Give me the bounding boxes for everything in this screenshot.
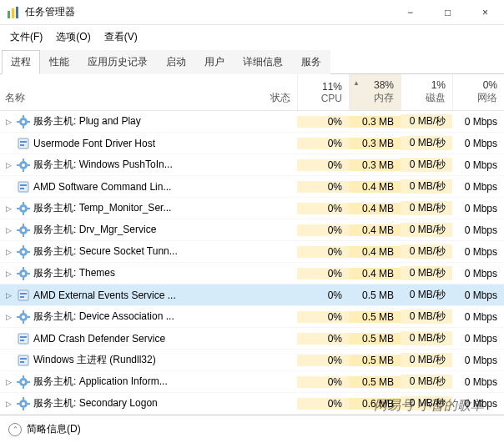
svg-rect-69: [23, 408, 24, 410]
svg-point-28: [22, 229, 25, 232]
menubar: 文件(F) 选项(O) 查看(V): [0, 25, 504, 49]
process-row[interactable]: ▷Usermode Font Driver Host0%0.3 MB0 MB/秒…: [0, 133, 504, 154]
menu-options[interactable]: 选项(O): [53, 28, 93, 46]
process-row[interactable]: ▷服务主机: Application Inform...0%0.5 MB0 MB…: [0, 371, 504, 393]
process-disk: 0 MB/秒: [401, 288, 452, 302]
gear-icon: [17, 375, 30, 389]
svg-rect-31: [17, 229, 19, 231]
process-disk: 0 MB/秒: [401, 158, 452, 172]
process-name: 服务主机: Secure Socket Tunn...: [33, 244, 178, 259]
expand-icon[interactable]: ▷: [3, 225, 13, 235]
col-header-disk[interactable]: 1% 磁盘: [401, 74, 452, 110]
process-name: 服务主机: Application Inform...: [33, 375, 168, 389]
expand-icon[interactable]: ▷: [3, 204, 13, 214]
expand-icon[interactable]: ▷: [3, 312, 13, 322]
expand-icon[interactable]: ▷: [3, 269, 13, 279]
process-row[interactable]: ▷服务主机: Secondary Logon0%0.6 MB0 MB/秒0 Mb…: [0, 393, 504, 415]
process-network: 0 Mbps: [452, 159, 504, 171]
col-header-name[interactable]: 名称: [0, 74, 239, 110]
process-memory: 0.3 MB: [349, 159, 401, 171]
minimize-button[interactable]: −: [391, 0, 429, 25]
process-list[interactable]: ▷服务主机: Plug and Play0%0.3 MB0 MB/秒0 Mbps…: [0, 111, 504, 441]
svg-rect-29: [23, 224, 24, 226]
process-row[interactable]: ▷服务主机: Secure Socket Tunn...0%0.4 MB0 MB…: [0, 241, 504, 263]
col-header-memory[interactable]: ▲ 38% 内存: [349, 74, 401, 110]
menu-view[interactable]: 查看(V): [101, 28, 141, 46]
menu-file[interactable]: 文件(F): [7, 28, 46, 46]
svg-rect-10: [20, 141, 27, 143]
tab-app_history[interactable]: 应用历史记录: [78, 50, 157, 74]
svg-point-34: [22, 250, 25, 254]
maximize-button[interactable]: □: [429, 0, 466, 25]
process-memory: 0.5 MB: [349, 333, 401, 345]
process-memory: 0.4 MB: [349, 224, 401, 236]
sort-ascending-icon: ▲: [353, 79, 360, 87]
expand-icon[interactable]: ▷: [3, 377, 13, 387]
svg-rect-19: [20, 184, 27, 186]
close-button[interactable]: ×: [466, 0, 504, 25]
process-disk: 0 MB/秒: [401, 201, 452, 215]
process-row[interactable]: ▷Windows 主进程 (Rundll32)0%0.5 MB0 MB/秒0 M…: [0, 350, 504, 371]
process-name: 服务主机: Drv_Mgr_Service: [33, 223, 156, 237]
process-network: 0 Mbps: [452, 289, 504, 301]
tab-details[interactable]: 详细信息: [234, 50, 292, 74]
process-network: 0 Mbps: [452, 138, 504, 149]
window-controls: − □ ×: [391, 0, 504, 25]
svg-rect-0: [8, 11, 10, 18]
expand-icon[interactable]: ▷: [3, 247, 13, 257]
expand-icon[interactable]: ▷: [3, 117, 13, 127]
gear-icon: [17, 267, 30, 280]
tab-startup[interactable]: 启动: [157, 50, 195, 74]
col-header-cpu[interactable]: 11% CPU: [297, 74, 349, 110]
svg-rect-47: [20, 296, 24, 298]
svg-rect-52: [17, 316, 19, 318]
svg-rect-2: [16, 7, 18, 18]
svg-point-4: [22, 120, 25, 123]
svg-rect-8: [28, 121, 30, 123]
col-header-status[interactable]: 状态: [239, 74, 297, 110]
process-row[interactable]: ▷服务主机: Plug and Play0%0.3 MB0 MB/秒0 Mbps: [0, 111, 504, 133]
expand-icon[interactable]: ▷: [3, 160, 13, 170]
tab-processes[interactable]: 进程: [2, 50, 40, 74]
process-cpu: 0%: [297, 268, 349, 279]
process-network: 0 Mbps: [452, 181, 504, 193]
process-row[interactable]: ▷服务主机: Drv_Mgr_Service0%0.4 MB0 MB/秒0 Mb…: [0, 219, 504, 241]
process-row[interactable]: ▷AMD External Events Service ...0%0.5 MB…: [0, 284, 504, 306]
tab-services[interactable]: 服务: [292, 50, 330, 74]
gear-icon: [17, 115, 30, 128]
process-cpu: 0%: [297, 398, 349, 410]
expand-icon[interactable]: ▷: [3, 290, 13, 300]
process-disk: 0 MB/秒: [401, 244, 452, 259]
process-disk: 0 MB/秒: [401, 375, 452, 389]
process-name: AMD Software Command Lin...: [33, 181, 171, 193]
collapse-icon[interactable]: ⌃: [8, 423, 22, 436]
svg-rect-32: [28, 229, 30, 231]
tab-performance[interactable]: 性能: [40, 50, 78, 74]
tab-users[interactable]: 用户: [195, 50, 234, 74]
process-network: 0 Mbps: [452, 398, 504, 410]
process-row[interactable]: ▷服务主机: Themes0%0.4 MB0 MB/秒0 Mbps: [0, 263, 504, 284]
col-header-network[interactable]: 0% 网络: [452, 74, 504, 110]
process-name: AMD External Events Service ...: [33, 289, 176, 301]
fewer-details-link[interactable]: 简略信息(D): [27, 422, 81, 436]
svg-rect-9: [18, 138, 28, 149]
app-exe-icon: [17, 289, 30, 302]
gear-icon: [17, 310, 30, 324]
expand-icon[interactable]: ▷: [3, 399, 13, 409]
process-row[interactable]: ▷服务主机: Device Association ...0%0.5 MB0 M…: [0, 306, 504, 328]
process-disk: 0 MB/秒: [401, 331, 452, 345]
svg-point-13: [22, 164, 25, 167]
svg-rect-62: [23, 375, 24, 378]
process-row[interactable]: ▷AMD Crash Defender Service0%0.5 MB0 MB/…: [0, 328, 504, 350]
window-title: 任务管理器: [25, 5, 391, 19]
svg-rect-17: [28, 164, 30, 166]
svg-rect-45: [18, 290, 28, 300]
process-memory: 0.6 MB: [349, 398, 401, 410]
svg-point-49: [22, 315, 25, 319]
process-row[interactable]: ▷服务主机: Windows PushToIn...0%0.3 MB0 MB/秒…: [0, 154, 504, 176]
process-row[interactable]: ▷服务主机: Temp_Monitor_Ser...0%0.4 MB0 MB/秒…: [0, 198, 504, 219]
gear-icon: [17, 224, 30, 237]
process-disk: 0 MB/秒: [401, 310, 452, 324]
process-row[interactable]: ▷AMD Software Command Lin...0%0.4 MB0 MB…: [0, 176, 504, 198]
svg-rect-71: [28, 403, 30, 405]
